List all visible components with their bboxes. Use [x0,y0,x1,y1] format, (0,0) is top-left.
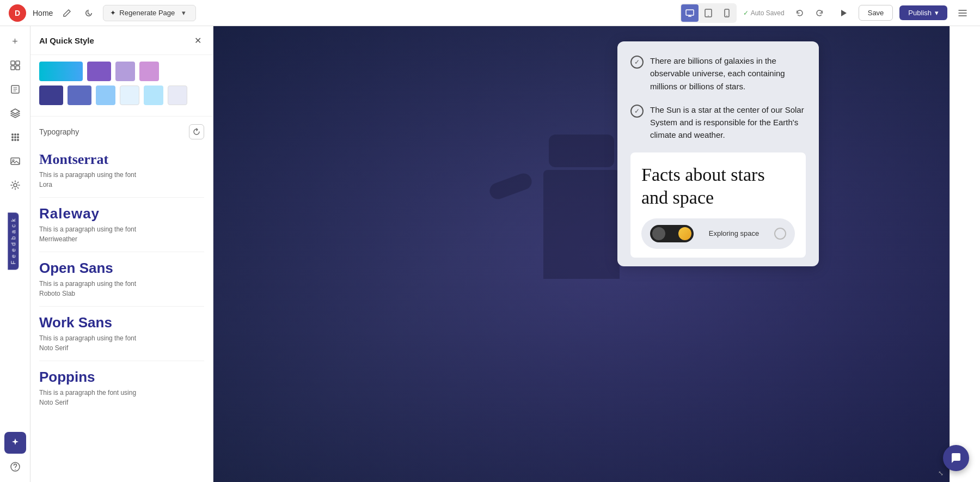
layers-icon [10,108,21,119]
svg-point-4 [726,15,727,16]
pages-icon [10,84,21,95]
panel-close-btn[interactable]: ✕ [191,34,204,47]
feedback-tab[interactable]: F e e d b a c k [8,212,19,270]
canvas-area: ✓ There are billions of galaxies in the … [213,26,950,482]
plus-icon: + [12,36,18,47]
typography-item-raleway[interactable]: Raleway This is a paragraph using the fo… [39,198,204,252]
logo[interactable]: D [9,4,26,22]
redo-icon [815,9,824,17]
tablet-icon [704,9,713,17]
swatch-pale-lavender[interactable] [168,86,187,105]
resize-handle[interactable]: ⤡ [936,469,945,478]
svg-point-13 [17,133,19,136]
apps-icon [10,132,21,143]
typography-item-opensans[interactable]: Open Sans This is a paragraph using the … [39,252,204,307]
typography-item-worksans[interactable]: Work Sans This is a paragraph using the … [39,307,204,361]
typography-item-poppins[interactable]: Poppins This is a paragraph the font usi… [39,361,204,415]
svg-point-2 [708,15,709,16]
color-swatches-section [30,55,213,117]
logo-text: D [15,9,20,17]
media-btn[interactable] [4,150,26,172]
swatch-indigo[interactable] [68,86,91,105]
grid-icon [10,60,21,71]
svg-point-11 [11,133,14,136]
font-heading-opensans: Open Sans [39,260,204,277]
swatch-dark-blue[interactable] [39,86,63,105]
home-link[interactable]: Home [33,9,53,17]
font-subtext-opensans: This is a paragraph using the font Robot… [39,279,204,298]
svg-point-14 [11,136,14,138]
swatch-purple[interactable] [87,62,111,81]
history-icon-btn[interactable] [81,5,96,21]
view-toggle-group [680,3,737,23]
svg-point-24 [15,469,16,470]
fact-text-2: The Sun is a star at the center of our S… [650,103,806,142]
swatch-pale-blue[interactable] [120,86,139,105]
add-element-btn[interactable]: + [4,30,26,52]
ai-quick-style-panel: AI Quick Style ✕ Typography [30,26,213,482]
panel-header: AI Quick Style ✕ [30,26,213,55]
toggle-switch[interactable] [650,225,694,242]
settings-btn[interactable] [4,174,26,196]
swatch-lavender[interactable] [139,62,159,81]
gear-icon [10,180,21,191]
layouts-btn[interactable] [4,54,26,76]
pencil-icon [63,9,71,17]
font-heading-raleway: Raleway [39,205,204,222]
font-subtext-poppins: This is a paragraph the font using Noto … [39,388,204,407]
undo-btn[interactable] [791,4,808,22]
undo-icon [795,9,804,17]
toggle-knob [678,227,691,240]
toggle-area: Exploring space [641,218,795,249]
svg-point-21 [13,160,14,161]
svg-point-22 [14,184,17,187]
swatch-sky[interactable] [144,86,163,105]
swatch-light-blue[interactable] [96,86,115,105]
content-card: ✓ There are billions of galaxies in the … [617,41,819,266]
edit-icon-btn[interactable] [59,5,75,21]
pages-btn[interactable] [4,78,26,100]
typography-item-montserrat[interactable]: Montserrat This is a paragraph using the… [39,144,204,198]
regenerate-btn[interactable]: ✦ Regenerate Page ▾ [103,5,196,21]
chat-bubble[interactable] [943,445,969,471]
canvas-background [213,26,950,482]
font-subtext-raleway: This is a paragraph using the font Merri… [39,224,204,244]
hamburger-icon [958,8,967,18]
swatch-teal-blue[interactable] [39,62,83,81]
font-heading-worksans: Work Sans [39,314,204,331]
top-nav: D Home ✦ Regenerate Page ▾ [0,0,980,26]
view-desktop-btn[interactable] [681,4,699,22]
sparkle-icon: ✦ [110,9,116,17]
undo-redo-group [791,4,828,22]
svg-point-18 [14,139,16,141]
apps-btn[interactable] [4,126,26,148]
inner-white-card: Facts about stars and space Exploring sp… [630,152,806,258]
view-mobile-btn[interactable] [718,4,736,22]
svg-point-12 [14,133,16,136]
typography-section-header: Typography [30,117,213,144]
publish-btn[interactable]: Publish ▾ [899,5,947,20]
toggle-label: Exploring space [709,229,759,237]
auto-saved-label: Auto Saved [751,9,785,17]
typography-list: Montserrat This is a paragraph using the… [30,144,213,482]
publish-label: Publish [908,9,932,17]
layers-btn[interactable] [4,102,26,124]
check-circle-1: ✓ [630,56,644,69]
save-btn[interactable]: Save [859,5,893,21]
preview-btn[interactable] [835,4,852,22]
ai-tools-btn[interactable] [4,432,26,454]
chat-icon [950,452,962,464]
help-btn[interactable] [4,456,26,478]
typography-label: Typography [39,127,79,136]
swatch-row-2 [39,86,204,105]
question-icon [10,461,21,472]
swatch-light-purple[interactable] [115,62,135,81]
typography-refresh-btn[interactable] [189,124,204,139]
svg-rect-8 [11,66,15,70]
menu-btn[interactable] [954,4,971,22]
redo-btn[interactable] [811,4,828,22]
font-heading-montserrat: Montserrat [39,151,204,168]
toggle-text: Exploring space [709,229,759,237]
view-tablet-btn[interactable] [700,4,717,22]
radio-button[interactable] [774,228,786,240]
